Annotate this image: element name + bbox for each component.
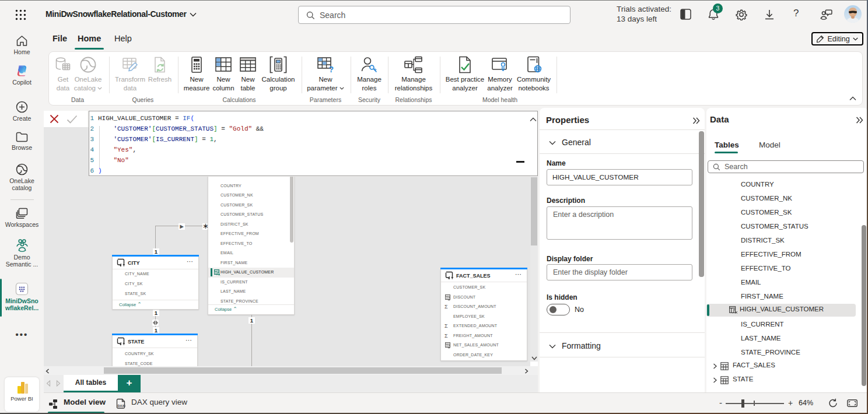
svg-text:?: ? [329, 65, 334, 74]
svg-text:DAX: DAX [118, 404, 125, 408]
